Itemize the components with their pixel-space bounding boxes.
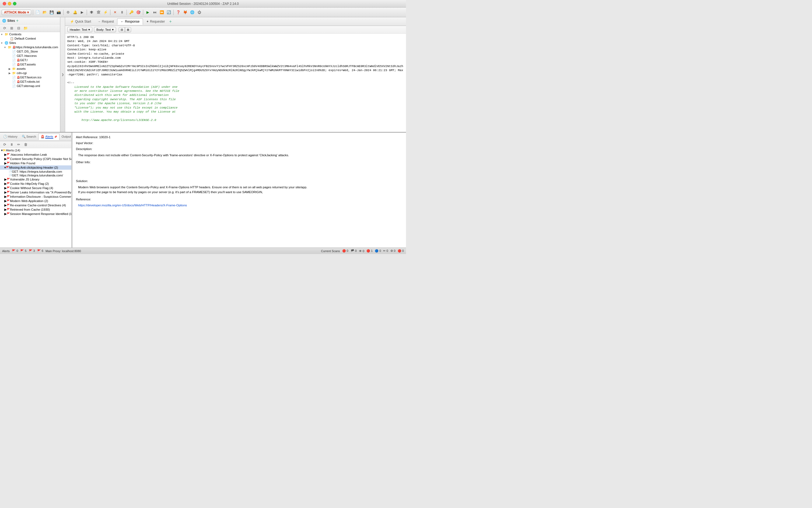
child2-label: GET: https://integra.tuturulianda.com/ <box>12 174 63 177</box>
tree-item-ds-store[interactable]: 📄 GET:.DS_Store <box>0 49 60 54</box>
cache-control-label: Re-examine Cache-control Directives (4) <box>10 204 66 207</box>
alert-vuln-js[interactable]: ▶ 🚩 Vulnerable JS Library <box>0 177 71 181</box>
detail-reference-url[interactable]: https://developer.mozilla.org/en-US/docs… <box>78 204 187 207</box>
favicon-file-icon: 📄 <box>12 75 16 79</box>
alert-clickjacking[interactable]: ▾ 🚩 Missing Anti-clickjacking Header (2) <box>0 165 71 170</box>
brk-all-btn[interactable]: 🔑 <box>128 9 134 15</box>
body-format-dropdown[interactable]: Body: Text ▾ <box>94 27 116 32</box>
refresh-btn[interactable]: 🔄 <box>166 9 172 15</box>
alerts-label: Alerts <box>45 135 53 139</box>
options-btn[interactable]: ⚙ <box>65 9 71 15</box>
alerts-edit-btn[interactable]: ✏ <box>15 141 21 147</box>
cdn-cgi-folder-icon: 📁 <box>12 71 16 75</box>
spider-btn[interactable]: 🕷 <box>89 9 94 15</box>
firefox-btn[interactable]: 🦊 <box>182 9 188 15</box>
add-tab-button[interactable]: + <box>169 19 172 24</box>
step-btn[interactable]: ⏭ <box>152 9 158 15</box>
snapshot-btn[interactable]: 📸 <box>56 9 62 15</box>
header-format-arrow-icon: ▾ <box>88 28 90 32</box>
view-split-btn[interactable]: ⊟ <box>119 27 125 32</box>
tree-item-default-context[interactable]: 📋 Default Context <box>0 36 60 41</box>
alert-info-disclosure[interactable]: ▶ 🚩 Information Disclosure - Suspicious … <box>0 195 71 199</box>
power-btn[interactable]: ⏻ <box>196 9 202 15</box>
alert-htaccess[interactable]: ▶ 🚩 .htaccess Information Leak <box>0 153 71 157</box>
get-root-alert-icon: 🚨 <box>17 59 20 62</box>
attack-mode-selector[interactable]: ATTACK Mode ▾ <box>2 10 31 15</box>
response-content-area[interactable]: HTTP/1.1 200 OK Date: Wed, 24 Jan 2024 0… <box>65 34 406 132</box>
tab-request[interactable]: → Request <box>94 18 117 25</box>
add-site-button[interactable]: + <box>16 18 18 23</box>
tab-alerts[interactable]: 🚨 Alerts 📌 <box>38 134 59 140</box>
break-btn[interactable]: ⏸ <box>119 9 125 15</box>
alerts-root[interactable]: ▾ 📁 Alerts (14) <box>0 148 71 153</box>
alert-csp[interactable]: ▶ 🚩 Content Security Policy (CSP) Header… <box>0 157 71 161</box>
sites-collapse-btn[interactable]: ⊟ <box>15 25 21 31</box>
assets-folder-arrow: ▶ <box>9 67 12 70</box>
tree-item-assets-folder[interactable]: ▶ 📁 assets <box>0 67 60 71</box>
alert-clickjacking-child2[interactable]: 📄 GET: https://integra.tuturulianda.com/ <box>0 173 71 177</box>
hidden-file-alert-label: Hidden File Found <box>10 162 35 165</box>
tree-item-robots[interactable]: 📄 🚨 GET:robots.txt <box>0 80 60 84</box>
ajax-spider-btn[interactable]: 🕸 <box>96 9 101 15</box>
sites-panel: 🌐 Sites + ⟳ ⊞ ⊟ 📁 ▾ 📁 Contexts <box>0 17 60 132</box>
header-format-dropdown[interactable]: Header: Text ▾ <box>67 27 92 32</box>
alert-btn[interactable]: 🔔 <box>72 9 78 15</box>
stop-btn[interactable]: ✕ <box>112 9 118 15</box>
tab-quick-start[interactable]: ⚡ Quick Start <box>67 18 94 25</box>
alert-cookie-secure[interactable]: ▶ 🚩 Cookie Without Secure Flag (4) <box>0 186 71 190</box>
alert-hidden-file[interactable]: ▶ 🚩 Hidden File Found <box>0 161 71 165</box>
alerts-refresh-btn[interactable]: ⟳ <box>2 141 7 147</box>
alert-retrieved-cache[interactable]: ▶ 🚩 Retrieved from Cache (1930) <box>0 207 71 212</box>
scan-btn[interactable]: ▶ <box>79 9 85 15</box>
sites-expand-btn[interactable]: ⊞ <box>9 25 14 31</box>
tree-item-sitemap[interactable]: 📄 GET:sitemap.xml <box>0 84 60 88</box>
alert-xpoweredby[interactable]: ▶ 🚩 Server Leaks Information via "X-Powe… <box>0 190 71 195</box>
tree-item-integra[interactable]: ▾ 📁 🚨 https://integra.tuturulianda.com <box>0 45 60 49</box>
response-line-host: Host: integra.tuturulianda.com <box>67 56 404 60</box>
robots-label: GET:robots.txt <box>20 80 40 83</box>
cookie-secure-severity-icon: 🚩 <box>7 186 10 189</box>
alert-clickjacking-child1[interactable]: 📄 GET: https://integra.tuturulianda.com <box>0 170 71 173</box>
alert-modern-web[interactable]: ▶ 🚩 Modern Web Application (2) <box>0 199 71 203</box>
chrome-btn[interactable]: 🌐 <box>189 9 195 15</box>
response-comment-line2: or more contributor license agreements. … <box>67 89 404 93</box>
clickjacking-severity-icon: 🚩 <box>6 166 9 169</box>
tab-output[interactable]: Output <box>59 134 71 139</box>
drop-btn[interactable]: ⏩ <box>159 9 165 15</box>
tree-item-favicon[interactable]: 📄 🚨 GET:favicon.ico <box>0 75 60 80</box>
tree-item-htaccess[interactable]: 📄 GET:.htaccess <box>0 54 60 58</box>
help-btn[interactable]: ❓ <box>175 9 181 15</box>
resume-btn[interactable]: ▶ <box>145 9 151 15</box>
alerts-icon: 🚨 <box>41 135 44 139</box>
fuzz-btn[interactable]: 🎯 <box>135 9 141 15</box>
tree-item-contexts[interactable]: ▾ 📁 Contexts <box>0 32 60 36</box>
alert-session-mgmt[interactable]: ▶ 🚩 Session Management Response Identifi… <box>0 212 71 216</box>
tree-item-sites[interactable]: ▾ 🌐 Sites <box>0 41 60 45</box>
toolbar-separator-1 <box>33 10 33 15</box>
header-format-label: Header: Text <box>70 28 87 31</box>
sites-refresh-btn[interactable]: ⟳ <box>2 25 7 31</box>
alerts-delete-btn[interactable]: 🗑 <box>22 141 29 147</box>
close-button[interactable] <box>3 2 6 5</box>
view-full-btn[interactable]: ⊞ <box>125 27 131 32</box>
tab-search[interactable]: 🔍 Search <box>20 134 38 139</box>
panel-collapse-btn[interactable]: ❯ <box>60 17 65 132</box>
tab-requester[interactable]: ✦ Requester <box>143 18 168 25</box>
alert-cache-control[interactable]: ▶ 🚩 Re-examine Cache-control Directives … <box>0 203 71 207</box>
alert-cookie-httponly[interactable]: ▶ 🚩 Cookie No HttpOnly Flag (2) <box>0 181 71 186</box>
tree-item-get-assets[interactable]: 📄 🚨 GET:assets <box>0 62 60 67</box>
tab-history[interactable]: 🕐 History <box>1 134 20 139</box>
save-session-btn[interactable]: 💾 <box>49 9 55 15</box>
response-panel: ⚡ Quick Start → Request ← Response ✦ Req… <box>65 17 406 132</box>
maximize-button[interactable] <box>13 2 16 5</box>
detail-solution-text: Modern Web browsers support the Content-… <box>78 185 403 189</box>
active-scan-btn[interactable]: ⚡ <box>102 9 108 15</box>
minimize-button[interactable] <box>8 2 11 5</box>
tree-item-cdn-cgi[interactable]: ▶ 📁 cdn-cgi <box>0 71 60 75</box>
new-session-btn[interactable]: 📄 <box>35 9 41 15</box>
tree-item-get-root[interactable]: 📄 🚨 GET:/ <box>0 58 60 62</box>
open-session-btn[interactable]: 📂 <box>42 9 48 15</box>
alerts-pause-btn[interactable]: ⏸ <box>9 141 14 147</box>
sites-filter-btn[interactable]: 📁 <box>22 25 29 31</box>
tab-response[interactable]: ← Response <box>117 18 143 25</box>
